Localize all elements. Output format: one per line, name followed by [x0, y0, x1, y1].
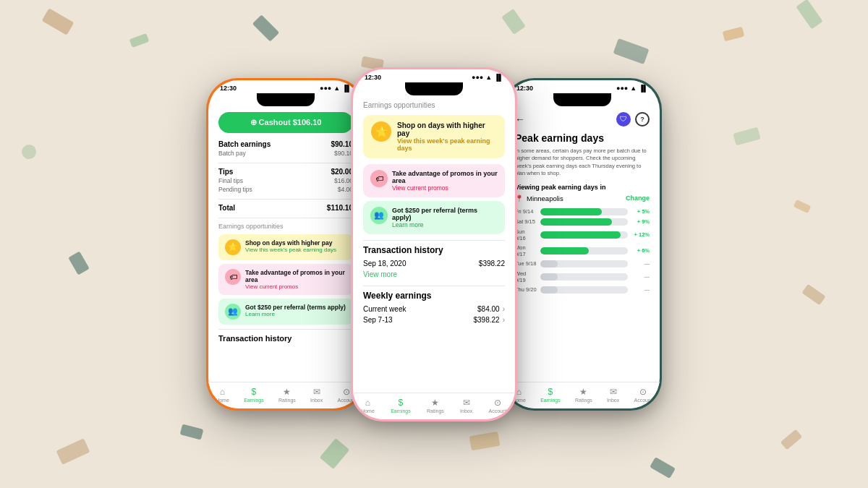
nav-home-label-center: Home	[361, 408, 375, 414]
bars-container-right: Fri 9/14 + 5% Sat 9/15 + 9%	[515, 208, 650, 294]
bar-pct-0: + 5%	[631, 208, 650, 215]
opp-title-1-center: Take advantage of promos in your area	[392, 170, 498, 184]
opp-link-1-left[interactable]: View this week's peak earning days	[245, 247, 346, 253]
nav-earnings-center[interactable]: $ Earnings	[391, 398, 411, 414]
total-row: Total $110.10	[218, 204, 353, 212]
prev-week-row: Sep 7-13 $398.22 ›	[363, 316, 505, 324]
nav-account-right[interactable]: ⊙ Account	[634, 387, 652, 403]
wifi-icon-left: ▲	[333, 85, 340, 92]
opp-icon-1-center: 🏷	[370, 170, 388, 187]
pending-tips-label: Pending tips	[218, 186, 252, 193]
nav-ratings-left[interactable]: ★ Ratings	[278, 387, 296, 403]
current-week-label: Current week	[363, 305, 406, 313]
final-tips-row: Final tips $16.00	[218, 177, 353, 184]
time-center: 12:30	[365, 74, 381, 81]
change-button-right[interactable]: Change	[626, 194, 650, 202]
featured-link-center[interactable]: View this week's peak earning days	[397, 137, 497, 152]
bar-track-1	[540, 218, 628, 226]
nav-ratings-label-center: Ratings	[427, 408, 444, 414]
nav-earnings-left[interactable]: $ Earnings	[244, 387, 264, 403]
bar-pct-5: —	[631, 273, 650, 280]
prev-week-right: $398.22 ›	[474, 316, 506, 324]
opp-card-2-center[interactable]: 👥 Got $250 per referral (terms apply) Le…	[363, 201, 505, 234]
batch-amount: $90.10	[331, 140, 353, 148]
view-more-center[interactable]: View more	[363, 270, 505, 278]
opp-link-2-left[interactable]: View current promos	[245, 283, 346, 290]
chevron-2-center: ›	[503, 316, 505, 324]
divider-4	[218, 329, 353, 330]
bar-pct-2: + 12%	[631, 231, 650, 238]
tips-header-row: Tips $20.00	[218, 168, 353, 176]
nav-account-center[interactable]: ⊙ Account	[489, 398, 507, 414]
total-label: Total	[218, 204, 235, 212]
opp-card-1-center[interactable]: 🏷 Take advantage of promos in your area …	[363, 164, 505, 197]
bar-track-3	[540, 247, 628, 254]
trans-amount-center: $398.22	[479, 260, 505, 267]
bar-fill-3	[540, 247, 589, 254]
bar-row-2: Sun 9/16 + 12%	[515, 228, 650, 241]
opp-link-1-center[interactable]: View current promos	[392, 184, 498, 192]
total-amount: $110.10	[327, 204, 353, 212]
bar-fill-1	[540, 218, 612, 226]
status-icons-right: ●●● ▲ ▐▌	[616, 85, 648, 92]
time-left: 12:30	[220, 85, 237, 92]
featured-icon-center: 🌟	[371, 121, 391, 142]
tips-amount: $20.00	[331, 168, 353, 176]
opp-text-2-center: Got $250 per referral (terms apply) Lear…	[392, 207, 498, 228]
trans-title-left: Transaction history	[218, 334, 353, 343]
shield-icon-right[interactable]: 🛡	[616, 112, 631, 127]
bar-pct-4: —	[631, 260, 650, 267]
nav-earnings-right[interactable]: $ Earnings	[540, 387, 561, 403]
time-right: 12:30	[516, 85, 533, 92]
nav-inbox-center[interactable]: ✉ Inbox	[460, 398, 472, 414]
nav-ratings-right[interactable]: ★ Ratings	[575, 387, 592, 403]
featured-opp-center[interactable]: 🌟 Shop on days with higher pay View this…	[363, 115, 505, 158]
bar-fill-4	[540, 260, 558, 267]
opp-card-2-left[interactable]: 🏷 Take advantage of promos in your area …	[218, 264, 353, 295]
divider-center-2	[363, 286, 505, 286]
inbox-icon-right: ✉	[610, 387, 617, 397]
divider-2	[218, 199, 353, 200]
opp-text-1-left: Shop on days with higher pay View this w…	[245, 239, 346, 253]
cashout-button[interactable]: ⊕ Cashout $106.10	[218, 112, 353, 133]
batch-pay-label: Batch pay	[218, 150, 246, 157]
nav-inbox-left[interactable]: ✉ Inbox	[310, 387, 323, 403]
nav-ratings-center[interactable]: ★ Ratings	[427, 398, 444, 414]
help-icon-right[interactable]: ?	[635, 112, 650, 127]
nav-home-left[interactable]: ⌂ Home	[216, 387, 229, 403]
bar-fill-6	[540, 286, 558, 294]
inbox-icon-center: ✉	[463, 398, 470, 408]
notch-right	[553, 93, 611, 106]
bar-row-3: Mon 9/17 + 6%	[515, 244, 650, 257]
ratings-icon-left: ★	[283, 387, 291, 397]
final-tips-label: Final tips	[218, 177, 243, 184]
opp-card-3-left[interactable]: 👥 Got $250 per referral (terms apply) Le…	[218, 299, 353, 325]
bar-label-5: Wed 9/19	[515, 270, 537, 283]
bar-fill-0	[540, 208, 602, 215]
signal-icon-right: ●●●	[616, 85, 628, 92]
opp-card-1-left[interactable]: 🌟 Shop on days with higher pay View this…	[218, 234, 353, 260]
trans-row-center: Sep 18, 2020 $398.22	[363, 260, 505, 267]
bar-track-2	[540, 231, 628, 239]
opp-title-3-left: Got $250 per referral (terms apply)	[245, 304, 346, 311]
nav-home-center[interactable]: ⌂ Home	[361, 398, 375, 414]
bar-track-0	[540, 208, 628, 215]
bar-label-3: Mon 9/17	[515, 244, 537, 257]
bar-label-2: Sun 9/16	[515, 228, 537, 241]
bottom-nav-right: ⌂ Home $ Earnings ★ Ratings ✉ Inbox ⊙	[505, 382, 660, 408]
phone-center: 12:30 ●●● ▲ ▐▌ Earnings opportunities 🌟 …	[351, 67, 517, 421]
home-icon-center: ⌂	[365, 398, 370, 408]
opp-title-2-center: Got $250 per referral (terms apply)	[392, 207, 498, 221]
tips-section: Tips $20.00 Final tips $16.00 Pending ti…	[218, 168, 353, 193]
nav-inbox-label-center: Inbox	[460, 408, 472, 414]
batch-label: Batch earnings	[218, 140, 271, 148]
location-row-right: 📍 Minneapolis Change	[515, 194, 650, 202]
nav-inbox-right[interactable]: ✉ Inbox	[607, 387, 619, 403]
nav-home-label-left: Home	[216, 398, 229, 403]
inbox-icon-left: ✉	[313, 387, 320, 397]
opp-link-2-center[interactable]: Learn more	[392, 221, 498, 228]
bottom-nav-center: ⌂ Home $ Earnings ★ Ratings ✉ Inbox ⊙	[353, 393, 515, 419]
opp-link-3-left[interactable]: Learn more	[245, 311, 346, 317]
right-screen-content: ← 🛡 ? Peak earning days In some areas, c…	[505, 106, 660, 382]
bar-row-1: Sat 9/15 + 9%	[515, 218, 650, 226]
